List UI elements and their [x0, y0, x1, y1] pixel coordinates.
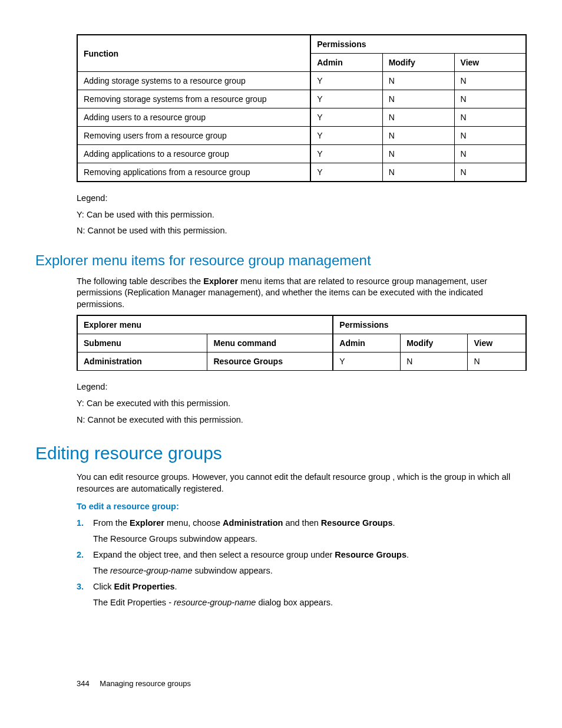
table-cell: Resource Groups [207, 353, 333, 371]
permissions-table-2: Explorer menu Permissions Submenu Menu c… [77, 315, 527, 371]
section-heading-explorer: Explorer menu items for resource group m… [35, 252, 527, 269]
table-cell: N [454, 127, 526, 145]
table-cell: N [454, 163, 526, 182]
table-cell: Y [310, 72, 382, 90]
table-cell: Adding storage systems to a resource gro… [77, 72, 310, 90]
table-cell: Removing storage systems from a resource… [77, 90, 310, 108]
table-cell: N [454, 108, 526, 127]
table-cell: Y [310, 145, 382, 163]
th-submenu: Submenu [77, 334, 207, 353]
step-1: 1. From the Explorer menu, choose Admini… [77, 517, 527, 545]
table-cell: N [468, 353, 526, 371]
th-admin: Admin [310, 54, 382, 72]
th-modify: Modify [382, 54, 454, 72]
legend2-n: N: Cannot be executed with this permissi… [77, 414, 527, 426]
table-cell: Y [333, 353, 400, 371]
th-explorer: Explorer menu [77, 315, 333, 334]
procedure-steps: 1. From the Explorer menu, choose Admini… [77, 517, 527, 609]
table-cell: Removing users from a resource group [77, 127, 310, 145]
table-cell: Y [310, 90, 382, 108]
table-cell: Y [310, 163, 382, 182]
step-3: 3. Click Edit Properties. The Edit Prope… [77, 581, 527, 609]
table-cell: Y [310, 127, 382, 145]
table-cell: N [382, 127, 454, 145]
legend2-y: Y: Can be executed with this permission. [77, 398, 527, 410]
table-cell: N [382, 108, 454, 127]
th-permissions: Permissions [310, 35, 526, 54]
table-cell: N [401, 353, 468, 371]
th-view: View [454, 54, 526, 72]
chapter-title: Managing resource groups [100, 679, 191, 688]
table-cell: N [382, 72, 454, 90]
table-cell: Y [310, 108, 382, 127]
table-cell: N [454, 90, 526, 108]
table-cell: Administration [77, 353, 207, 371]
table-cell: N [454, 72, 526, 90]
step-2: 2. Expand the object tree, and then sele… [77, 549, 527, 577]
legend-n: N: Cannot be used with this permission. [77, 225, 527, 237]
legend2-title: Legend: [77, 381, 527, 393]
page-number: 344 [77, 679, 90, 688]
editing-intro: You can edit resource groups. However, y… [77, 472, 527, 495]
th-modify: Modify [401, 334, 468, 353]
th-admin: Admin [333, 334, 400, 353]
table-cell: N [454, 145, 526, 163]
table-cell: Removing applications from a resource gr… [77, 163, 310, 182]
page-footer: 344 Managing resource groups [77, 679, 191, 688]
th-view: View [468, 334, 526, 353]
table-cell: N [382, 90, 454, 108]
table-cell: Adding users to a resource group [77, 108, 310, 127]
th-function: Function [77, 35, 310, 72]
procedure-lead: To edit a resource group: [77, 502, 527, 511]
th-permissions: Permissions [333, 315, 526, 334]
section-heading-editing: Editing resource groups [35, 443, 527, 463]
section-intro: The following table describes the Explor… [77, 276, 527, 311]
th-menucmd: Menu command [207, 334, 333, 353]
legend-title: Legend: [77, 193, 527, 205]
table-cell: N [382, 163, 454, 182]
legend-y: Y: Can be used with this permission. [77, 209, 527, 221]
table-cell: N [382, 145, 454, 163]
permissions-table-1: Function Permissions Admin Modify View A… [77, 34, 527, 182]
table-cell: Adding applications to a resource group [77, 145, 310, 163]
